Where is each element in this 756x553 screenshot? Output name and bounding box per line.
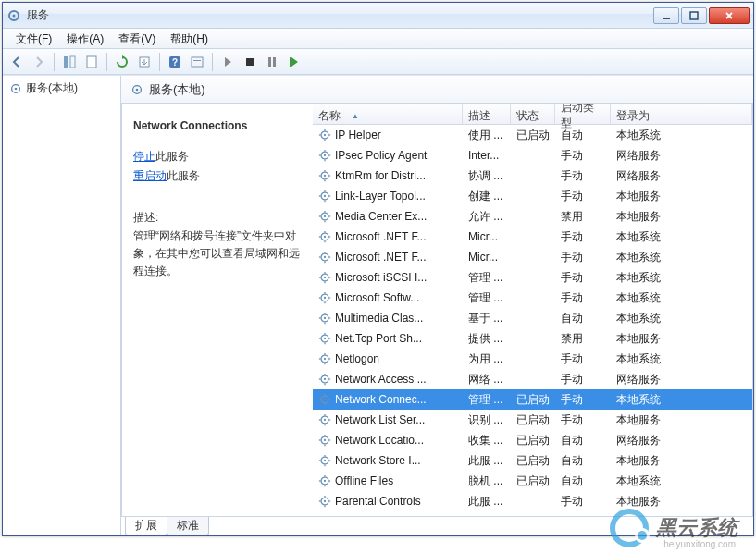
service-row[interactable]: Network List Ser...识别 ...已启动手动本地服务 bbox=[313, 410, 752, 430]
service-row[interactable]: Link-Layer Topol...创建 ...手动本地服务 bbox=[313, 186, 752, 206]
menu-file[interactable]: 文件(F) bbox=[8, 29, 59, 48]
tab-standard[interactable]: 标准 bbox=[167, 517, 209, 535]
body-area: 服务(本地) 服务(本地) Network Connections 停止此服务 … bbox=[3, 75, 753, 535]
service-logon: 网络服务 bbox=[611, 372, 752, 387]
service-icon bbox=[318, 434, 331, 447]
service-row[interactable]: Net.Tcp Port Sh...提供 ...禁用本地服务 bbox=[313, 328, 752, 349]
service-name: Microsoft .NET F... bbox=[335, 251, 426, 264]
service-desc: Micr... bbox=[463, 251, 511, 264]
service-name: Network Access ... bbox=[335, 373, 427, 386]
service-row[interactable]: Microsoft .NET F...Micr...手动本地系统 bbox=[313, 247, 752, 267]
description-text: 管理“网络和拨号连接”文件夹中对象，在其中您可以查看局域网和远程连接。 bbox=[133, 227, 302, 281]
separator bbox=[54, 53, 55, 71]
service-row[interactable]: Multimedia Clas...基于 ...自动本地系统 bbox=[313, 308, 752, 328]
service-row[interactable]: Media Center Ex...允许 ...禁用本地服务 bbox=[313, 206, 752, 227]
service-icon bbox=[318, 373, 331, 386]
service-name: Microsoft Softw... bbox=[335, 291, 419, 304]
tab-extended[interactable]: 扩展 bbox=[125, 517, 167, 535]
svg-rect-14 bbox=[273, 57, 276, 67]
service-icon bbox=[318, 230, 331, 243]
svg-point-45 bbox=[324, 215, 326, 217]
tree-root-services[interactable]: 服务(本地) bbox=[3, 76, 120, 101]
service-icon bbox=[318, 495, 331, 508]
service-row[interactable]: IPsec Policy AgentInter...手动网络服务 bbox=[313, 145, 752, 166]
service-status: 已启动 bbox=[511, 412, 555, 428]
svg-point-93 bbox=[324, 378, 326, 380]
separator bbox=[106, 53, 107, 71]
col-startup[interactable]: 启动类型 bbox=[555, 104, 611, 124]
services-icon bbox=[130, 83, 143, 96]
service-row[interactable]: Microsoft iSCSI I...管理 ...手动本地系统 bbox=[313, 267, 752, 288]
list-body[interactable]: IP Helper使用 ...已启动自动本地系统IPsec Policy Age… bbox=[313, 125, 752, 516]
menu-action[interactable]: 操作(A) bbox=[59, 29, 111, 48]
svg-rect-12 bbox=[246, 58, 254, 66]
service-desc: 为用 ... bbox=[463, 351, 511, 367]
service-logon: 本地服务 bbox=[611, 453, 752, 469]
stop-link[interactable]: 停止 bbox=[133, 150, 155, 163]
back-button[interactable] bbox=[6, 52, 27, 72]
properties-button[interactable]: <线 x1="5" y1="5" x2="11" y2="5" stroke="… bbox=[81, 52, 102, 72]
service-row[interactable]: Network Locatio...收集 ...已启动自动网络服务 bbox=[313, 430, 752, 450]
right-pane: 服务(本地) Network Connections 停止此服务 重启动此服务 … bbox=[121, 76, 753, 535]
forward-button[interactable] bbox=[29, 52, 49, 72]
service-logon: 网络服务 bbox=[611, 168, 752, 184]
titlebar[interactable]: 服务 bbox=[3, 3, 753, 29]
description-label: 描述: bbox=[133, 210, 302, 226]
watermark-url: heiyunxitong.com bbox=[663, 539, 736, 549]
service-row[interactable]: KtmRm for Distri...协调 ...手动网络服务 bbox=[313, 166, 752, 186]
separator bbox=[212, 53, 213, 71]
minimize-button[interactable] bbox=[653, 7, 679, 24]
stop-suffix: 此服务 bbox=[155, 150, 189, 163]
service-desc: 收集 ... bbox=[463, 433, 511, 449]
service-name: KtmRm for Distri... bbox=[335, 169, 426, 182]
refresh-button[interactable] bbox=[112, 52, 132, 72]
service-row[interactable]: Microsoft Softw...管理 ...手动本地系统 bbox=[313, 288, 752, 308]
svg-point-27 bbox=[324, 154, 326, 156]
service-row[interactable]: Network Access ...网络 ...手动网络服务 bbox=[313, 369, 752, 389]
service-row[interactable]: IP Helper使用 ...已启动自动本地系统 bbox=[313, 125, 752, 145]
col-logon[interactable]: 登录为 bbox=[611, 104, 752, 124]
restart-link[interactable]: 重启动 bbox=[133, 169, 167, 182]
service-startup: 禁用 bbox=[555, 209, 611, 225]
service-logon: 网络服务 bbox=[611, 148, 752, 164]
col-description[interactable]: 描述 bbox=[463, 104, 511, 124]
svg-point-117 bbox=[324, 460, 326, 461]
service-row[interactable]: Network Connec...管理 ...已启动手动本地系统 bbox=[313, 389, 752, 410]
service-name: Network List Ser... bbox=[335, 413, 425, 426]
service-row[interactable]: Network Store I...此服 ...已启动自动本地服务 bbox=[313, 450, 752, 471]
service-icon bbox=[318, 352, 331, 365]
start-service-button[interactable] bbox=[217, 52, 238, 72]
svg-point-99 bbox=[324, 399, 326, 400]
col-status[interactable]: 状态 bbox=[511, 104, 555, 124]
restart-service-button[interactable] bbox=[284, 52, 304, 72]
service-row[interactable]: Parental Controls此服 ...手动本地服务 bbox=[313, 491, 752, 511]
menu-view[interactable]: 查看(V) bbox=[111, 29, 163, 48]
pause-service-button[interactable] bbox=[262, 52, 282, 72]
export-button[interactable] bbox=[134, 52, 155, 72]
service-desc: 协调 ... bbox=[463, 168, 511, 184]
service-logon: 本地服务 bbox=[611, 412, 752, 428]
service-row[interactable]: Netlogon为用 ...手动本地系统 bbox=[313, 349, 752, 369]
service-icon bbox=[318, 291, 331, 304]
svg-point-69 bbox=[324, 297, 326, 299]
svg-rect-2 bbox=[663, 18, 670, 19]
svg-rect-13 bbox=[268, 57, 271, 67]
service-row[interactable]: Offline Files脱机 ...已启动自动本地系统 bbox=[313, 471, 752, 491]
stop-service-button[interactable] bbox=[240, 52, 260, 72]
maximize-button[interactable] bbox=[681, 7, 707, 24]
close-button[interactable] bbox=[709, 7, 750, 24]
help-button[interactable]: ? bbox=[165, 52, 185, 72]
service-logon: 本地系统 bbox=[611, 250, 752, 265]
tree-pane[interactable]: 服务(本地) bbox=[3, 76, 121, 535]
service-name: Parental Controls bbox=[335, 495, 421, 508]
action-button[interactable] bbox=[187, 52, 207, 72]
service-startup: 自动 bbox=[555, 311, 611, 326]
service-desc: 提供 ... bbox=[463, 331, 511, 347]
menu-help[interactable]: 帮助(H) bbox=[163, 29, 216, 48]
service-row[interactable]: Microsoft .NET F...Micr...手动本地系统 bbox=[313, 227, 752, 247]
col-name[interactable]: 名称▲ bbox=[313, 104, 463, 124]
svg-point-19 bbox=[136, 88, 139, 91]
service-icon bbox=[318, 210, 331, 223]
restart-suffix: 此服务 bbox=[167, 169, 200, 182]
show-hide-tree-button[interactable] bbox=[59, 52, 80, 72]
